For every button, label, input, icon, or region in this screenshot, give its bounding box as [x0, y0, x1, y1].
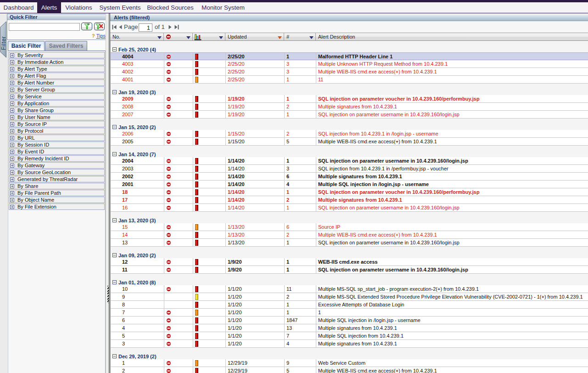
svg-text:Filter: Filter	[0, 36, 7, 50]
